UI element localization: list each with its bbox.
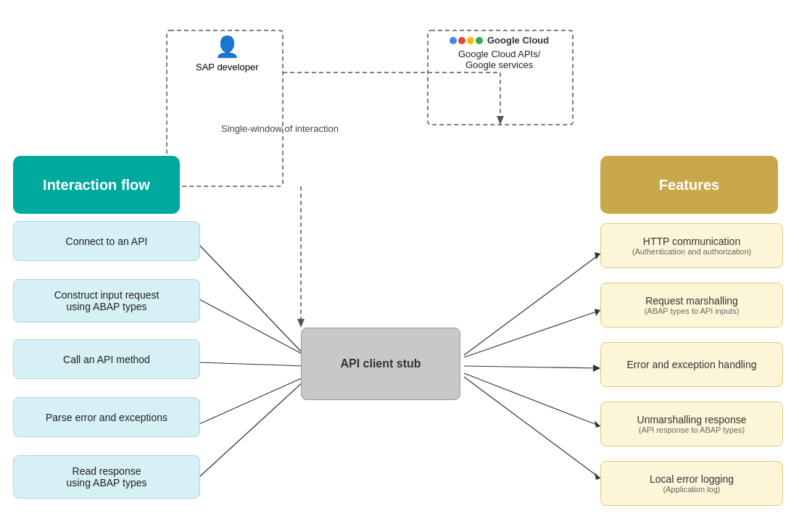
svg-line-8 xyxy=(199,245,305,355)
google-dot-blue xyxy=(450,37,457,44)
svg-line-12 xyxy=(199,381,305,477)
sap-developer-actor: 👤 SAP developer xyxy=(196,35,259,72)
google-cloud-label: Google Cloud APIs/Google services xyxy=(458,49,540,70)
svg-line-19 xyxy=(464,373,600,426)
flow-item-construct: Construct input requestusing ABAP types xyxy=(13,279,200,323)
google-logo: Google Cloud xyxy=(450,35,549,46)
svg-marker-18 xyxy=(593,365,600,372)
interaction-flow-header: Interaction flow xyxy=(13,156,180,214)
feature-http: HTTP communication (Authentication and a… xyxy=(600,223,783,268)
feature-error: Error and exception handling xyxy=(600,342,783,387)
svg-marker-3 xyxy=(297,319,305,328)
svg-line-21 xyxy=(464,377,600,478)
features-header: Features xyxy=(600,156,778,214)
google-dot-green xyxy=(476,37,483,44)
feature-marshalling: Request marshalling (ABAP types to API i… xyxy=(600,283,783,328)
svg-line-9 xyxy=(199,299,305,355)
flow-item-parse: Parse error and exceptions xyxy=(13,397,200,437)
svg-marker-20 xyxy=(595,420,600,428)
person-icon: 👤 xyxy=(215,35,240,59)
google-cloud-actor: Google Cloud Google Cloud APIs/Google se… xyxy=(450,35,549,70)
google-dot-yellow xyxy=(467,37,474,44)
diagram-container: 👤 SAP developer Single-window of interac… xyxy=(0,0,799,532)
svg-line-11 xyxy=(199,377,305,424)
svg-line-13 xyxy=(464,254,600,355)
svg-marker-16 xyxy=(595,309,600,316)
single-window-label: Single-window of interaction xyxy=(221,123,339,134)
svg-marker-7 xyxy=(497,116,504,125)
flow-item-call: Call an API method xyxy=(13,339,200,379)
svg-line-15 xyxy=(464,310,600,357)
google-dot-red xyxy=(458,37,465,44)
flow-item-connect: Connect to an API xyxy=(13,221,200,261)
api-client-stub-box: API client stub xyxy=(301,328,460,400)
google-cloud-text: Google Cloud xyxy=(487,35,549,46)
svg-line-10 xyxy=(199,362,305,366)
svg-marker-14 xyxy=(595,252,600,259)
feature-logging: Local error logging (Application log) xyxy=(600,461,783,506)
sap-developer-label: SAP developer xyxy=(196,62,259,72)
flow-item-read: Read responseusing ABAP types xyxy=(13,455,200,499)
svg-marker-22 xyxy=(595,473,600,480)
svg-line-17 xyxy=(464,366,600,368)
feature-unmarshalling: Unmarshalling response (API response to … xyxy=(600,402,783,446)
